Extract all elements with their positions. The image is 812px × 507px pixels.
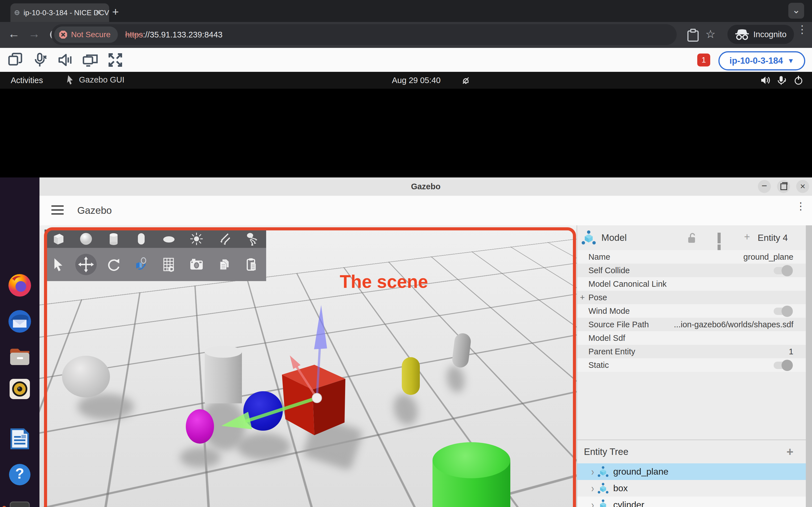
property-row-static[interactable]: Static [577,358,806,372]
pause-plugin-icon[interactable] [718,233,729,243]
incognito-badge: Incognito [727,25,794,44]
displays-icon[interactable] [82,52,99,68]
gizmo-z-arrow [314,305,327,349]
thunderbird-icon[interactable] [6,308,33,335]
volume-icon[interactable] [760,75,771,86]
windows-icon[interactable] [7,52,24,68]
entity-tree-add-icon[interactable]: + [786,445,794,459]
focused-app-name: Gazebo GUI [79,75,124,84]
power-icon[interactable] [793,75,804,86]
panel-scrollbar[interactable] [806,225,812,507]
notifications-muted-icon [460,75,471,86]
back-icon[interactable]: ← [8,27,20,41]
new-tab-button[interactable]: + [112,7,119,17]
running-dot [2,506,6,507]
dcv-session-button[interactable]: ip-10-0-3-184 ▼ [718,51,805,70]
insert-sphere-button[interactable] [72,230,100,248]
browser-tabstrip: ip-10-0-3-184 - NICE DCV × + ⌄ [0,0,812,22]
rotate-tool-button[interactable] [100,248,128,281]
property-row-source-file-path[interactable]: Source File Path...ion-gazebo6/worlds/sh… [577,318,806,331]
notification-badge[interactable]: 1 [697,54,710,66]
browser-tab[interactable]: ip-10-0-3-184 - NICE DCV [10,3,109,22]
gazebo-app-toolbar: Gazebo ⋮ [40,196,812,226]
minimize-button[interactable]: − [758,180,771,193]
globe-favicon-icon [14,8,20,17]
inspector-header: Model + Entity 4 [577,225,806,250]
copy-button[interactable] [210,248,238,281]
property-row-pose[interactable]: + Pose [577,291,806,304]
property-row-model-sdf[interactable]: Model Sdf [577,331,806,345]
property-row-name[interactable]: Nameground_plane [577,250,806,264]
tree-item-cylinder[interactable]: › cylinder [577,497,806,507]
terminal-icon[interactable]: >_ [6,497,33,507]
url-text: https://35.91.133.239:8443 [125,30,222,40]
self-collide-toggle[interactable] [774,267,792,274]
insert-spot-light-button[interactable] [238,230,266,248]
tree-item-box[interactable]: › box [577,480,806,497]
not-secure-icon [59,30,68,39]
property-row-parent-entity[interactable]: Parent Entity1 [577,345,806,358]
entity-tree-header: Entity Tree + [577,440,806,463]
files-icon[interactable] [6,343,33,370]
clipboard-icon[interactable] [687,29,699,42]
wind-mode-toggle[interactable] [774,307,792,315]
hamburger-menu-icon[interactable] [51,205,64,216]
speaker-icon[interactable] [57,52,73,68]
entity-id-label: Entity 4 [758,233,788,243]
gizmo-origin-ball [312,393,322,403]
inspector-plus-icon[interactable]: + [744,231,750,243]
insert-point-light-button[interactable] [183,230,210,248]
bookmark-star-icon[interactable]: ☆ [705,27,716,41]
static-toggle[interactable] [774,362,792,369]
property-row-self-collide[interactable]: Self Collide [577,264,806,277]
caret-down-icon: ▼ [788,57,794,65]
model-icon [580,230,597,246]
paste-button[interactable] [238,248,266,281]
fullscreen-icon[interactable] [107,52,123,68]
libreoffice-writer-icon[interactable] [6,425,33,452]
insert-capsule-button[interactable] [128,230,155,248]
screenshot-button[interactable] [183,248,210,281]
maximize-button[interactable] [777,180,790,193]
clock-label[interactable]: Aug 29 05:40 [392,76,441,85]
app-cursor-icon [65,74,75,86]
dcv-session-label: ip-10-0-3-184 [729,56,783,66]
component-inspector-panel: Model + Entity 4 Nameground_plane Self C… [576,225,812,507]
address-bar[interactable]: Not Secure https://35.91.133.239:8443 [51,24,677,45]
window-titlebar[interactable]: Gazebo − × [40,177,812,196]
focused-app-indicator[interactable]: Gazebo GUI [65,74,124,86]
svg-text:>_: >_ [13,505,22,507]
property-row-model-canonical-link[interactable]: Model Canonical Link [577,277,806,291]
view-collisions-button[interactable] [155,248,183,281]
translate-tool-button[interactable] [72,248,100,281]
firefox-icon[interactable] [6,271,33,298]
activities-button[interactable]: Activities [11,76,43,85]
help-icon[interactable]: ? [6,461,33,488]
transform-toolbar [45,248,266,281]
svg-text:?: ? [15,465,24,482]
plugin-menu-icon[interactable]: ⋮ [796,204,804,209]
insert-box-button[interactable] [45,230,72,248]
rhythmbox-icon[interactable] [6,376,33,402]
shape-insert-toolbar [45,230,266,248]
scene-viewport[interactable]: ‹ 0.00 % [40,225,576,507]
forward-icon[interactable]: → [28,27,40,41]
tab-close-icon[interactable]: × [95,7,101,16]
mic-muted-icon[interactable] [32,52,49,68]
snap-config-button[interactable] [128,248,155,281]
select-tool-button[interactable] [45,248,72,281]
insert-cylinder-button[interactable] [100,230,128,248]
pose-expander-icon[interactable]: + [580,293,585,302]
gazebo-window: Gazebo − × Gazebo ⋮ [40,177,812,507]
insert-directional-light-button[interactable] [210,230,238,248]
microphone-icon[interactable] [776,75,787,86]
browser-menu-icon[interactable]: ⋮ [797,26,805,32]
unlock-icon[interactable] [687,232,697,244]
close-button[interactable]: × [796,180,809,193]
not-secure-chip[interactable]: Not Secure [54,26,118,43]
dock: ? >_ A [0,177,40,507]
property-row-wind-mode[interactable]: Wind Mode [577,304,806,318]
search-tabs-button[interactable]: ⌄ [788,3,804,18]
insert-ellipsoid-button[interactable] [155,230,183,248]
tree-item-ground-plane[interactable]: › ground_plane [577,463,806,480]
